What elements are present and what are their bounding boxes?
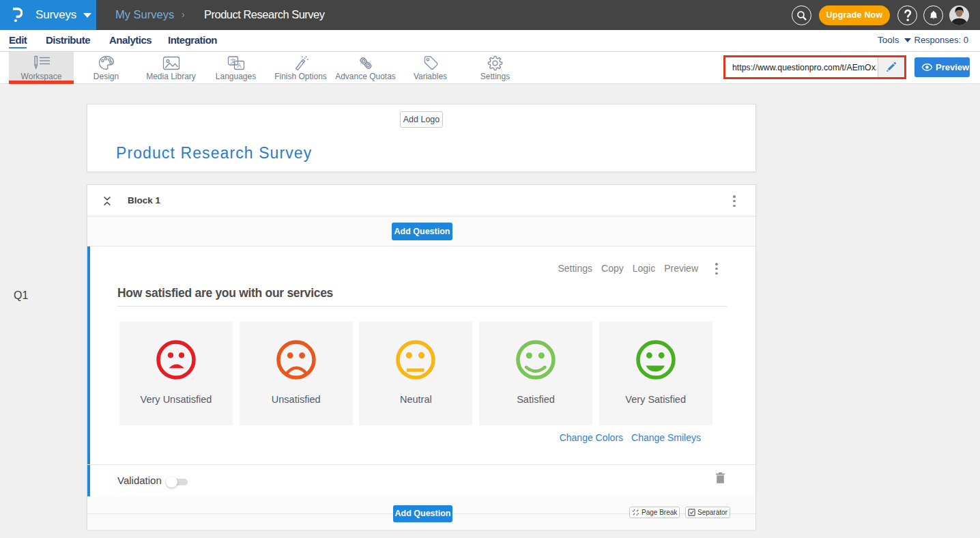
svg-text:文: 文 (230, 57, 236, 64)
svg-text:A: A (237, 62, 241, 69)
